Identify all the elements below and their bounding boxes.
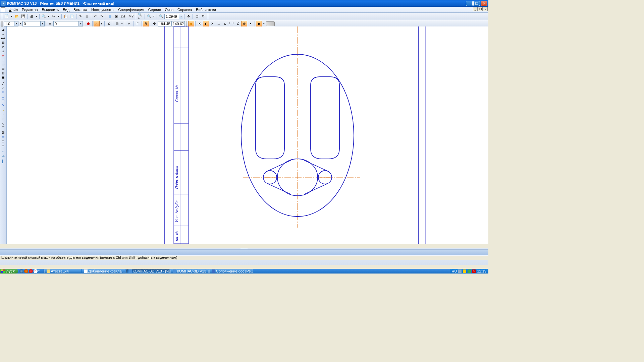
line-tool[interactable]: ╱ [0, 81, 6, 85]
snap-point-button[interactable]: ◆ [188, 21, 194, 27]
task-kompas-active[interactable]: КОМПАС-3D V13 - [Ч... [126, 269, 170, 273]
aux-line-tool[interactable]: ⟋ [0, 85, 6, 89]
ortho-button[interactable]: ⌐ [126, 21, 132, 27]
ql-opera-icon[interactable] [29, 269, 33, 273]
style-arrow[interactable]: ▾ [41, 21, 45, 26]
chamfer-tool[interactable]: ◺ [0, 121, 6, 126]
menu-window[interactable]: Окно [163, 8, 175, 12]
rect-tool[interactable]: ▭ [0, 134, 6, 139]
library-manager-button[interactable]: ⊞ [107, 13, 113, 19]
layer-input[interactable] [53, 21, 79, 26]
minimize-button[interactable]: _ [466, 1, 473, 6]
help-cursor-button[interactable]: ↖? [128, 13, 134, 19]
undo-button[interactable]: ↶ [92, 13, 98, 19]
ql-ff-icon[interactable] [24, 269, 28, 273]
point2-tool[interactable]: • [0, 113, 6, 117]
zoom-prev-button[interactable]: 🔍 [158, 13, 164, 19]
round-button[interactable]: Г [135, 21, 141, 27]
offset-tool[interactable]: ⊂ [0, 117, 6, 121]
end-tool[interactable]: ▌ [0, 159, 6, 163]
snap-near-button[interactable]: ✕ [197, 21, 203, 27]
step-dropdown[interactable]: ▾ [19, 21, 22, 27]
mdi-close[interactable]: × [483, 7, 488, 11]
plane-tool[interactable]: ▱ [0, 149, 6, 153]
copy-props-button[interactable]: ✎ [77, 13, 84, 19]
task-folder[interactable]: Атестация [44, 269, 81, 273]
variables-button[interactable]: ▣ [113, 13, 119, 19]
print-dropdown[interactable]: ▾ [35, 13, 38, 19]
text-tool[interactable]: A [0, 53, 6, 58]
snap-grid-button[interactable]: ⋮⋮ [228, 21, 234, 27]
start-button[interactable]: пуск [0, 269, 18, 274]
refresh-button[interactable]: ⟳ [200, 13, 206, 19]
toolbar-handle-5[interactable] [186, 21, 187, 26]
angle-snap-button[interactable]: ∠ [106, 21, 112, 27]
close-button[interactable]: ✕ [481, 1, 487, 6]
edit-tool[interactable]: ✐ [0, 45, 6, 49]
stop-button[interactable]: ⬢ [85, 21, 91, 27]
preview-button[interactable]: 🔍 [41, 13, 47, 19]
task-kompas2[interactable]: КОМПАС-3D V13 [170, 269, 209, 273]
curve-tool[interactable]: ⌒ [0, 126, 6, 130]
mdi-minimize[interactable]: _ [473, 7, 478, 11]
view-tool[interactable]: ▭ [0, 62, 6, 66]
point-tool[interactable]: ∴ [0, 32, 6, 36]
snap-intersect-button[interactable]: ✕ [209, 21, 215, 27]
menu-service[interactable]: Сервис [146, 8, 163, 12]
style-input[interactable] [22, 21, 41, 26]
zoom-input[interactable] [164, 14, 179, 19]
coord-y-input[interactable] [171, 21, 185, 26]
linewidth-input[interactable] [4, 21, 14, 26]
snap-point2-button[interactable]: • [248, 21, 254, 27]
fx-button[interactable]: f(x) [120, 13, 126, 19]
grid-button[interactable]: ⊞ [114, 21, 120, 27]
cloud-tool[interactable]: ☁ [0, 153, 6, 158]
toolbar-handle[interactable] [1, 14, 3, 19]
snap-dropdown[interactable]: ▾ [100, 21, 103, 27]
zoom-in-button[interactable]: 🔍+ [138, 13, 144, 19]
menu-select[interactable]: Выделить [40, 8, 61, 12]
coord-x-input[interactable] [158, 21, 171, 26]
menu-help[interactable]: Справка [175, 8, 194, 12]
zoom-combo-arrow[interactable]: ▾ [179, 14, 183, 19]
param-tool[interactable]: ⊿ [0, 49, 6, 53]
paste-button[interactable]: 📄 [69, 13, 75, 19]
menu-view[interactable]: Вид [61, 8, 71, 12]
grid-dropdown[interactable]: ▾ [120, 21, 124, 27]
tray-icon-3[interactable] [468, 269, 471, 273]
snap-auto-button[interactable]: ◆ [256, 21, 262, 27]
spline-tool[interactable]: ∿ [0, 103, 6, 107]
lcs-button[interactable]: ↯ [143, 21, 149, 27]
zoom-dropdown[interactable]: ▾ [152, 13, 156, 19]
dimension-tool[interactable]: ⟷ [0, 36, 6, 40]
snap-auto-dropdown[interactable]: ▾ [262, 21, 266, 27]
arc-tool[interactable]: ◡ [0, 94, 6, 98]
circle-tool[interactable]: ○ [0, 89, 6, 94]
mdi-restore[interactable]: ❐ [478, 7, 483, 11]
menu-file[interactable]: Файл [7, 8, 20, 12]
ql-yandex-icon[interactable]: Я [34, 269, 38, 273]
snap-normal-button[interactable]: ⊾ [222, 21, 228, 27]
snap-tangent-button[interactable]: ⊥ [216, 21, 222, 27]
new-button[interactable]: 📄 [4, 13, 10, 19]
ellipse-tool[interactable]: ⬭ [0, 98, 6, 103]
properties-button[interactable]: ☰ [84, 13, 90, 19]
toolbar-handle-4[interactable] [1, 21, 3, 26]
table-tool[interactable]: ⊞ [0, 58, 6, 62]
maximize-button[interactable]: ❐ [473, 1, 480, 6]
pan-button[interactable]: ✥ [185, 13, 192, 19]
redo-button[interactable]: ↷ [99, 13, 105, 19]
hatch2-tool[interactable]: ▨ [0, 130, 6, 134]
snap-angle-button[interactable]: ∡ [235, 21, 241, 27]
tray-icon-2[interactable] [463, 269, 466, 273]
menu-editor[interactable]: Редактор [20, 8, 40, 12]
linewidth-arrow[interactable]: ▾ [14, 21, 18, 26]
layer-icon[interactable]: ≡ [47, 21, 53, 27]
copy-button[interactable]: 📋 [63, 13, 69, 19]
document-icon[interactable] [1, 7, 5, 12]
menu-tools[interactable]: Инструменты [89, 8, 116, 12]
menu-libs[interactable]: Библиотеки [194, 8, 218, 12]
ql-more-icon[interactable]: » [38, 269, 42, 273]
toolbar-handle-2[interactable] [135, 14, 137, 19]
cut-button[interactable]: ✂ [51, 13, 57, 19]
